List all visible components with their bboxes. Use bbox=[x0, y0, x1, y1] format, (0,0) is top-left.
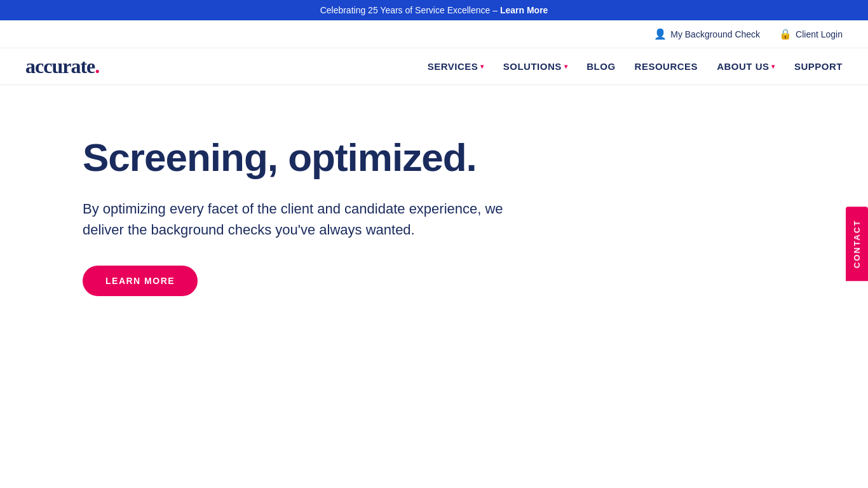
chevron-down-icon: ▾ bbox=[564, 63, 568, 70]
hero-section: Screening, optimized. By optimizing ever… bbox=[0, 85, 699, 334]
banner-text: Celebrating 25 Years of Service Excellen… bbox=[320, 5, 500, 15]
nav-label-blog: BLOG bbox=[587, 61, 615, 72]
nav-item-support[interactable]: SUPPORT bbox=[794, 58, 843, 75]
banner-link[interactable]: Learn More bbox=[500, 5, 548, 15]
my-background-check-link[interactable]: 👤 My Background Check bbox=[654, 28, 760, 40]
client-login-link[interactable]: 🔒 Client Login bbox=[779, 28, 843, 40]
chevron-down-icon: ▾ bbox=[771, 63, 775, 70]
hero-subtext: By optimizing every facet of the client … bbox=[83, 198, 527, 240]
nav-label-solutions: SOLUTIONS bbox=[503, 61, 562, 72]
nav-label-services: SERVICES bbox=[428, 61, 478, 72]
top-banner: Celebrating 25 Years of Service Excellen… bbox=[0, 0, 868, 20]
main-header: accurate. SERVICES ▾ SOLUTIONS ▾ BLOG RE… bbox=[0, 48, 868, 85]
main-nav: SERVICES ▾ SOLUTIONS ▾ BLOG RESOURCES AB… bbox=[428, 58, 843, 75]
logo: accurate. bbox=[25, 55, 99, 78]
hero-heading: Screening, optimized. bbox=[83, 136, 674, 179]
logo-text: accurate bbox=[25, 55, 95, 78]
person-icon: 👤 bbox=[654, 28, 667, 40]
my-background-check-label: My Background Check bbox=[670, 29, 760, 39]
nav-item-solutions[interactable]: SOLUTIONS ▾ bbox=[503, 58, 568, 75]
utility-nav: 👤 My Background Check 🔒 Client Login bbox=[0, 20, 868, 48]
lock-icon: 🔒 bbox=[779, 28, 792, 40]
chevron-down-icon: ▾ bbox=[480, 63, 484, 70]
nav-label-about-us: ABOUT US bbox=[717, 61, 769, 72]
nav-item-resources[interactable]: RESOURCES bbox=[635, 58, 698, 75]
learn-more-button[interactable]: LEARN MORE bbox=[83, 266, 198, 296]
logo-dot: . bbox=[95, 55, 99, 78]
nav-item-services[interactable]: SERVICES ▾ bbox=[428, 58, 484, 75]
contact-tab[interactable]: CONTACT bbox=[846, 207, 868, 281]
client-login-label: Client Login bbox=[796, 29, 843, 39]
nav-label-resources: RESOURCES bbox=[635, 61, 698, 72]
nav-label-support: SUPPORT bbox=[794, 61, 843, 72]
nav-item-about-us[interactable]: ABOUT US ▾ bbox=[717, 58, 775, 75]
logo-container[interactable]: accurate. bbox=[25, 55, 99, 78]
nav-item-blog[interactable]: BLOG bbox=[587, 58, 615, 75]
